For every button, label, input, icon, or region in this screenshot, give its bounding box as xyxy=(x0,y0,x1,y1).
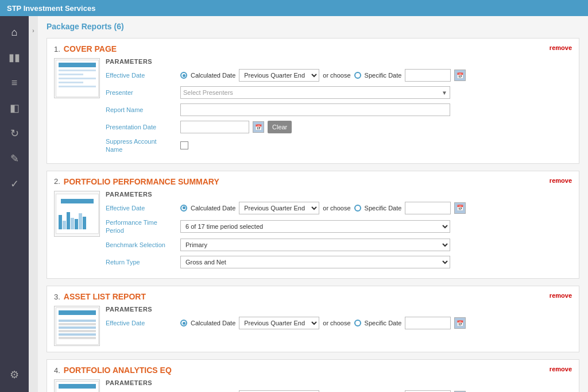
cover-presenter-arrow: ▼ xyxy=(442,90,447,96)
cover-presenter-value: Select Presenters xyxy=(183,89,233,96)
asset-calc-date-radio[interactable] xyxy=(180,320,187,326)
cover-presentation-date-input[interactable] xyxy=(180,121,249,133)
cover-presenter-select[interactable]: Select Presenters ▼ xyxy=(180,86,450,99)
section-2-params-label: PARAMETERS xyxy=(106,191,572,198)
cover-calc-date-radio[interactable] xyxy=(180,72,187,79)
perf-benchmark-dropdown[interactable]: Primary Secondary None xyxy=(180,239,450,251)
cover-effective-date-controls: Calculated Date Previous Quarter End Cur… xyxy=(180,69,572,82)
section-2-remove[interactable]: remove xyxy=(550,177,572,184)
section-2-params: PARAMETERS Effective Date Calculated Dat… xyxy=(106,191,572,273)
perf-or-choose: or choose xyxy=(323,205,350,212)
cover-report-name-row: Report Name xyxy=(106,103,572,117)
section-3-thumbnail xyxy=(54,306,100,346)
cover-suppress-label: Suppress AccountName xyxy=(106,137,180,154)
section-4-params-label: PARAMETERS xyxy=(106,379,572,386)
perf-specific-date-input[interactable] xyxy=(405,202,451,214)
cover-report-name-label: Report Name xyxy=(106,106,180,113)
asset-calendar-icon[interactable]: 📅 xyxy=(454,317,466,329)
asset-effective-date-label: Effective Date xyxy=(106,320,180,326)
perf-time-period-controls: 6 of 17 time period selected xyxy=(180,220,572,233)
asset-effective-date-controls: Calculated Date Previous Quarter End Cur… xyxy=(180,317,572,329)
cover-suppress-checkbox[interactable] xyxy=(180,141,188,149)
section-3-params-label: PARAMETERS xyxy=(106,306,572,313)
section-1-remove[interactable]: remove xyxy=(550,44,572,51)
cover-specific-date-radio[interactable] xyxy=(354,72,361,79)
menu-icon: ≡ xyxy=(11,77,18,89)
page-title: Package Reports (6) xyxy=(47,22,579,31)
sidebar-item-edit[interactable]: ✎ xyxy=(3,147,26,170)
section-portfolio-performance: 2. PORTFOLIO PERFORMANCE SUMMARY remove xyxy=(47,171,579,279)
cover-presentation-calendar-icon[interactable]: 📅 xyxy=(253,121,264,133)
cover-effective-date-label: Effective Date xyxy=(106,72,180,79)
cover-specific-date-input[interactable] xyxy=(405,69,451,82)
cover-report-name-controls xyxy=(180,103,572,116)
section-2-number: 2. xyxy=(54,177,60,186)
section-1-number: 1. xyxy=(54,45,60,53)
cover-presentation-date-row: Presentation Date 📅 Clear xyxy=(106,120,572,134)
section-4-remove[interactable]: remove xyxy=(550,366,572,372)
cover-calc-date-label: Calculated Date xyxy=(191,72,235,79)
perf-calc-date-radio[interactable] xyxy=(180,205,187,212)
sidebar-item-check[interactable]: ✓ xyxy=(3,172,26,195)
section-1-thumbnail xyxy=(54,58,100,98)
perf-time-period-label: Performance TimePeriod xyxy=(106,218,180,235)
section-1-body: PARAMETERS Effective Date Calculated Dat… xyxy=(54,58,572,157)
asset-calc-date-dropdown[interactable]: Previous Quarter End Current Quarter End… xyxy=(239,317,319,329)
sidebar-item-gear[interactable]: ⚙ xyxy=(3,363,26,386)
perf-time-period-dropdown[interactable]: 6 of 17 time period selected xyxy=(180,220,450,233)
refresh-icon: ↻ xyxy=(10,127,19,140)
perf-time-period-row: Performance TimePeriod 6 of 17 time peri… xyxy=(106,218,572,235)
asset-effective-date-row: Effective Date Calculated Date Previous … xyxy=(106,316,572,330)
check-icon: ✓ xyxy=(10,178,19,190)
section-asset-list: 3. ASSET LIST REPORT remove xyxy=(47,286,579,352)
cover-calc-date-dropdown[interactable]: Previous Quarter End Current Quarter End… xyxy=(239,69,319,82)
app-title: STP Investment Services xyxy=(7,4,95,13)
perf-effective-date-row: Effective Date Calculated Date Previous … xyxy=(106,201,572,215)
perf-benchmark-controls: Primary Secondary None xyxy=(180,239,572,251)
section-2-thumbnail xyxy=(54,191,100,237)
sidebar-item-charts[interactable]: ▮▮ xyxy=(3,46,26,69)
perf-benchmark-row: Benchmark Selection Primary Secondary No… xyxy=(106,238,572,252)
cover-specific-date-label: Specific Date xyxy=(365,72,402,79)
section-2-header: 2. PORTFOLIO PERFORMANCE SUMMARY xyxy=(54,177,572,186)
arrow-icon: › xyxy=(32,28,34,34)
asset-specific-date-input[interactable] xyxy=(405,317,451,329)
section-3-body: PARAMETERS Effective Date Calculated Dat… xyxy=(54,306,572,346)
perf-return-type-controls: Gross and Net Gross Only Net Only xyxy=(180,256,572,268)
perf-return-type-label: Return Type xyxy=(106,259,180,266)
section-4-body: PARAMETERS Effective Date Calculated Dat… xyxy=(54,379,572,392)
cover-presenter-row: Presenter Select Presenters ▼ xyxy=(106,86,572,99)
perf-return-type-row: Return Type Gross and Net Gross Only Net… xyxy=(106,255,572,269)
perf-specific-date-radio[interactable] xyxy=(354,205,361,212)
section-4-params: PARAMETERS Effective Date Calculated Dat… xyxy=(106,379,572,392)
section-1-params: PARAMETERS Effective Date Calculated Dat… xyxy=(106,58,572,157)
perf-return-type-dropdown[interactable]: Gross and Net Gross Only Net Only xyxy=(180,256,450,268)
asset-specific-date-label: Specific Date xyxy=(365,320,402,326)
section-3-remove[interactable]: remove xyxy=(550,292,572,299)
perf-calendar-icon[interactable]: 📅 xyxy=(454,202,466,214)
perf-effective-date-label: Effective Date xyxy=(106,205,180,212)
section-portfolio-analytics: 4. PORTFOLIO ANALYTICS EQ remove xyxy=(47,359,579,392)
home-icon: ⌂ xyxy=(11,26,18,39)
cover-report-name-input[interactable] xyxy=(180,103,450,116)
sidebar-item-menu[interactable]: ≡ xyxy=(3,71,26,94)
gear-icon: ⚙ xyxy=(10,368,19,381)
perf-benchmark-label: Benchmark Selection xyxy=(106,241,180,248)
section-3-header: 3. ASSET LIST REPORT xyxy=(54,292,572,301)
sidebar-item-document[interactable]: ◧ xyxy=(3,97,26,120)
cover-calendar-icon[interactable]: 📅 xyxy=(454,70,466,81)
section-3-title: ASSET LIST REPORT xyxy=(64,292,146,301)
sidebar-item-refresh[interactable]: ↻ xyxy=(3,122,26,145)
section-4-title: PORTFOLIO ANALYTICS EQ xyxy=(64,366,172,375)
analytics-effective-date-row: Effective Date Calculated Date Previous … xyxy=(106,390,572,392)
sidebar-item-home[interactable]: ⌂ xyxy=(3,21,26,44)
edit-icon: ✎ xyxy=(10,152,19,165)
asset-specific-date-radio[interactable] xyxy=(354,320,361,326)
cover-suppress-row: Suppress AccountName xyxy=(106,137,572,154)
expand-arrow[interactable]: › xyxy=(29,16,38,392)
perf-effective-date-controls: Calculated Date Previous Quarter End Cur… xyxy=(180,202,572,214)
cover-clear-button[interactable]: Clear xyxy=(268,121,292,133)
perf-calc-date-dropdown[interactable]: Previous Quarter End Current Quarter End… xyxy=(239,202,319,214)
cover-suppress-controls xyxy=(180,141,572,149)
section-2-body: PARAMETERS Effective Date Calculated Dat… xyxy=(54,191,572,273)
